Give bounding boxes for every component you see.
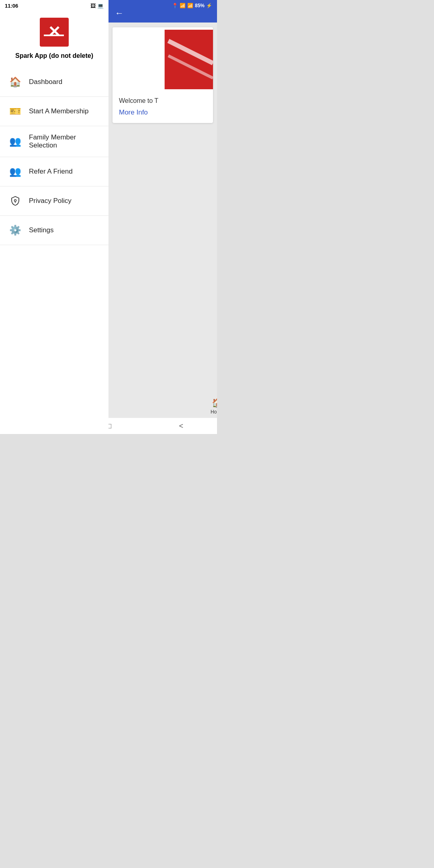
settings-icon: ⚙️ xyxy=(8,223,23,237)
status-icons: 🖼 💻 xyxy=(90,3,104,9)
svg-text:✕: ✕ xyxy=(48,23,61,40)
signal-icon: 📶 xyxy=(187,3,193,8)
welcome-card: Welcome to T More Info xyxy=(113,27,213,123)
card-logo-area xyxy=(113,27,213,92)
status-time: 11:06 xyxy=(5,3,18,9)
settings-label: Settings xyxy=(29,226,53,234)
card-logo-svg xyxy=(113,27,213,92)
app-logo: ✕ xyxy=(40,18,69,47)
battery-charging-icon: ⚡ xyxy=(206,3,212,8)
dashboard-icon: 🏠 xyxy=(8,75,23,89)
photo-icon: 🖼 xyxy=(90,3,96,9)
refer-icon: 👥 xyxy=(8,164,23,179)
battery-text: 85% xyxy=(195,3,205,8)
location-icon: 📍 xyxy=(172,3,178,8)
sidebar-item-start-membership[interactable]: 🎫 Start A Membership xyxy=(0,97,108,126)
drawer-menu: 🏠 Dashboard 🎫 Start A Membership 👥 Famil… xyxy=(0,68,108,434)
welcome-text: Welcome to T xyxy=(119,97,207,104)
more-info-link[interactable]: More Info xyxy=(119,108,148,116)
back-nav-button[interactable]: < xyxy=(179,422,183,430)
sidebar-item-privacy-policy[interactable]: Privacy Policy xyxy=(0,186,108,216)
main-panel: ← Welcome to T More Info 🏠 Home xyxy=(108,0,217,434)
card-body: Welcome to T More Info xyxy=(113,92,213,123)
home-nav-icon: 🏠 xyxy=(212,398,217,408)
sidebar-item-settings[interactable]: ⚙️ Settings xyxy=(0,216,108,245)
refer-label: Refer A Friend xyxy=(29,168,73,176)
status-bar-left: 11:06 🖼 💻 xyxy=(0,0,108,11)
family-icon: 👥 xyxy=(8,134,23,149)
sidebar-item-family-member[interactable]: 👥 Family Member Selection xyxy=(0,126,108,157)
dashboard-label: Dashboard xyxy=(29,78,62,86)
privacy-icon xyxy=(8,194,23,208)
app-title: Spark App (do not delete) xyxy=(9,52,100,59)
status-bar-right: 📍 📶 📶 85% ⚡ xyxy=(108,0,217,11)
drawer-panel: ✕ Spark App (do not delete) 🏠 Dashboard … xyxy=(0,0,108,434)
membership-icon: 🎫 xyxy=(8,104,23,119)
family-label: Family Member Selection xyxy=(29,133,100,149)
privacy-label: Privacy Policy xyxy=(29,197,72,205)
sidebar-item-dashboard[interactable]: 🏠 Dashboard xyxy=(0,68,108,97)
svg-point-3 xyxy=(14,200,16,202)
home-nav-item[interactable]: 🏠 Home xyxy=(203,395,217,417)
wifi-icon: 📶 xyxy=(180,3,186,8)
membership-label: Start A Membership xyxy=(29,107,88,115)
sidebar-item-refer-friend[interactable]: 👥 Refer A Friend xyxy=(0,157,108,186)
home-nav-label: Home xyxy=(211,409,217,415)
monitor-icon: 💻 xyxy=(97,3,104,9)
